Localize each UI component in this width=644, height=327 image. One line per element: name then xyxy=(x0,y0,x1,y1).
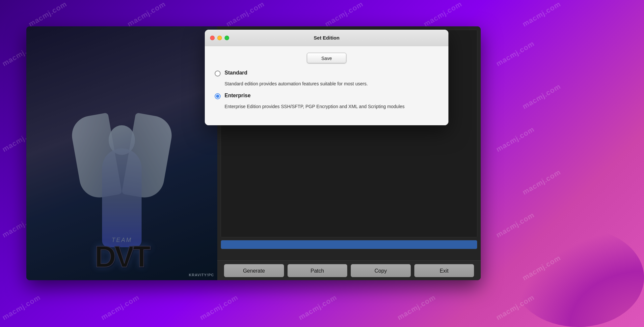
watermark: macmj.com xyxy=(225,0,266,29)
enterprise-radio-dot xyxy=(216,95,219,98)
modal-overlay: Set Edition Save Standard Standard editi… xyxy=(26,26,481,280)
enterprise-option[interactable]: Enterprise xyxy=(215,93,439,99)
modal-titlebar: Set Edition xyxy=(205,30,448,46)
set-edition-modal: Set Edition Save Standard Standard editi… xyxy=(205,30,448,125)
standard-description: Standard edition provides automation fea… xyxy=(225,80,439,87)
watermark: macmj.com xyxy=(323,0,365,29)
app-window: TEAM DVT KRAVITY!PC 20.04.15 | --- Patch… xyxy=(26,26,481,280)
close-button[interactable] xyxy=(210,36,215,40)
enterprise-radio[interactable] xyxy=(215,93,221,99)
watermark: macmj.com xyxy=(27,0,68,29)
modal-save-row: Save xyxy=(215,53,439,63)
standard-radio[interactable] xyxy=(215,71,221,76)
modal-body: Save Standard Standard edition provides … xyxy=(205,46,448,125)
watermark: macmj.com xyxy=(495,125,536,154)
standard-label: Standard xyxy=(225,70,247,76)
maximize-button[interactable] xyxy=(225,36,229,40)
watermark: macmj.com xyxy=(99,293,141,322)
watermark: macmj.com xyxy=(521,168,562,197)
traffic-lights xyxy=(210,36,229,40)
watermark: macmj.com xyxy=(198,293,240,322)
standard-option[interactable]: Standard xyxy=(215,70,439,76)
watermark: macmj.com xyxy=(521,82,562,111)
background-blob xyxy=(512,228,644,327)
enterprise-description: Enterprise Edition provides SSH/SFTP, PG… xyxy=(225,103,439,110)
enterprise-label: Enterprise xyxy=(225,93,251,99)
watermark: macmj.com xyxy=(396,293,437,322)
modal-title: Set Edition xyxy=(314,35,339,41)
watermark: macmj.com xyxy=(126,0,167,29)
minimize-button[interactable] xyxy=(217,36,222,40)
watermark: macmj.com xyxy=(495,39,536,68)
watermark: macmj.com xyxy=(422,0,464,29)
watermark: macmj.com xyxy=(521,0,562,29)
watermark: macmj.com xyxy=(495,211,536,240)
watermark: macmj.com xyxy=(297,293,338,322)
save-button[interactable]: Save xyxy=(307,53,346,63)
watermark: macmj.com xyxy=(1,293,42,322)
